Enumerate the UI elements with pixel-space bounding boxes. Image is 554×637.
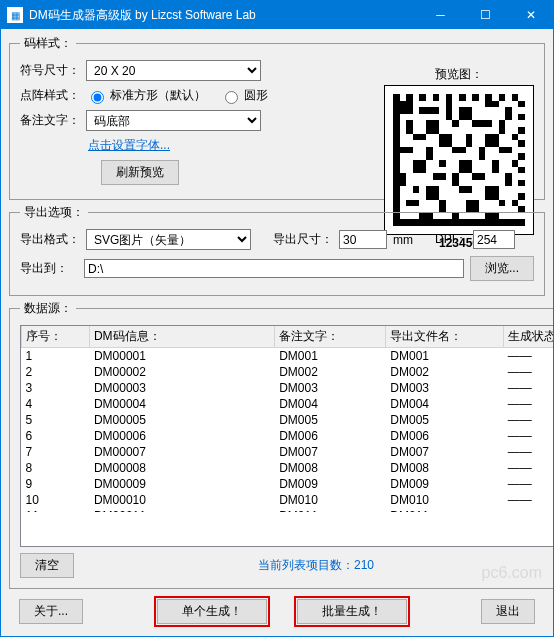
svg-rect-43	[413, 160, 426, 173]
table-scroll[interactable]: 序号： DM码信息： 备注文字： 导出文件名： 生成状态： 1DM00001DM…	[21, 326, 553, 512]
cell-file: DM007	[386, 444, 503, 460]
cell-no: 10	[22, 492, 90, 508]
radio-circle-input[interactable]	[225, 91, 238, 104]
cell-file: DM008	[386, 460, 503, 476]
svg-rect-9	[485, 94, 492, 101]
cell-no: 4	[22, 396, 90, 412]
col-remark[interactable]: 备注文字：	[275, 326, 386, 348]
svg-rect-41	[479, 147, 486, 160]
svg-rect-28	[406, 120, 413, 133]
clear-button[interactable]: 清空	[20, 553, 74, 578]
col-file[interactable]: 导出文件名：	[386, 326, 503, 348]
svg-rect-46	[492, 160, 499, 173]
svg-rect-31	[472, 120, 492, 127]
table-row[interactable]: 10DM00010DM010DM010——	[22, 492, 554, 508]
cell-remark: DM003	[275, 380, 386, 396]
horizontal-scrollbar[interactable]	[21, 512, 553, 528]
svg-rect-52	[505, 173, 512, 186]
export-format-label: 导出格式：	[20, 231, 80, 248]
symbol-size-select[interactable]: 20 X 20	[86, 60, 261, 81]
svg-rect-11	[512, 94, 519, 101]
cell-remark: DM006	[275, 428, 386, 444]
col-status[interactable]: 生成状态：	[503, 326, 553, 348]
radio-circle[interactable]: 圆形	[220, 87, 268, 104]
cell-info: DM00005	[89, 412, 274, 428]
about-button[interactable]: 关于...	[19, 599, 83, 624]
table-row[interactable]: 6DM00006DM006DM006——	[22, 428, 554, 444]
export-path-input[interactable]	[84, 259, 464, 278]
svg-rect-25	[459, 107, 472, 120]
svg-rect-45	[459, 160, 472, 173]
exit-button[interactable]: 退出	[481, 599, 535, 624]
close-button[interactable]: ✕	[508, 1, 553, 29]
table-row[interactable]: 5DM00005DM005DM005——	[22, 412, 554, 428]
cell-status: ——	[503, 412, 553, 428]
radio-square-input[interactable]	[91, 91, 104, 104]
cell-info: DM00002	[89, 364, 274, 380]
svg-rect-34	[439, 134, 452, 147]
titlebar: ▦ DM码生成器高级版 by Lizcst Software Lab ─ ☐ ✕	[1, 1, 553, 29]
table-row[interactable]: 9DM00009DM009DM009——	[22, 476, 554, 492]
svg-rect-53	[413, 186, 420, 193]
svg-rect-10	[499, 94, 506, 101]
svg-rect-35	[466, 134, 473, 147]
svg-rect-54	[426, 186, 439, 199]
svg-rect-16	[518, 153, 525, 160]
cell-status: ——	[503, 460, 553, 476]
table-row[interactable]: 8DM00008DM008DM008——	[22, 460, 554, 476]
cell-remark: DM010	[275, 492, 386, 508]
svg-rect-40	[452, 147, 465, 154]
maximize-button[interactable]: ☐	[463, 1, 508, 29]
svg-rect-18	[518, 180, 525, 187]
cell-remark: DM004	[275, 396, 386, 412]
cell-file: DM004	[386, 396, 503, 412]
minimize-button[interactable]: ─	[418, 1, 463, 29]
export-format-select[interactable]: SVG图片（矢量）	[86, 229, 251, 250]
cell-remark: DM007	[275, 444, 386, 460]
table-row[interactable]: 2DM00002DM002DM002——	[22, 364, 554, 380]
export-size-input[interactable]	[339, 230, 387, 249]
svg-rect-44	[439, 160, 446, 167]
svg-rect-42	[499, 147, 512, 154]
col-no[interactable]: 序号：	[22, 326, 90, 348]
svg-rect-38	[400, 147, 413, 154]
cell-status: ——	[503, 492, 553, 508]
remark-text-label: 备注文字：	[20, 112, 80, 129]
table-row[interactable]: 7DM00007DM007DM007——	[22, 444, 554, 460]
style-group: 码样式： 符号尺寸： 20 X 20 点阵样式： 标准方形（默认） 圆形 备注文…	[9, 35, 545, 200]
cell-status: ——	[503, 380, 553, 396]
generate-single-button[interactable]: 单个生成！	[157, 599, 267, 624]
svg-rect-6	[446, 94, 453, 101]
cell-remark: DM005	[275, 412, 386, 428]
cell-remark: DM008	[275, 460, 386, 476]
cell-status: ——	[503, 476, 553, 492]
content-area: 码样式： 符号尺寸： 20 X 20 点阵样式： 标准方形（默认） 圆形 备注文…	[1, 29, 553, 636]
col-info[interactable]: DM码信息：	[89, 326, 274, 348]
dot-style-radios: 标准方形（默认） 圆形	[86, 87, 268, 104]
font-settings-link[interactable]: 点击设置字体...	[88, 137, 170, 154]
svg-rect-19	[518, 193, 525, 200]
svg-rect-33	[413, 134, 426, 141]
svg-rect-29	[426, 120, 439, 133]
remark-text-select[interactable]: 码底部	[86, 110, 261, 131]
svg-rect-37	[512, 134, 519, 141]
svg-rect-26	[485, 101, 498, 108]
cell-status: ——	[503, 348, 553, 365]
radio-square[interactable]: 标准方形（默认）	[86, 87, 206, 104]
export-group: 导出选项： 导出格式： SVG图片（矢量） 导出尺寸： mm DPI： 导出到：…	[9, 204, 545, 296]
item-count-label: 当前列表项目数：210	[84, 557, 548, 574]
table-row[interactable]: 4DM00004DM004DM004——	[22, 396, 554, 412]
svg-rect-39	[426, 147, 433, 160]
cell-status: ——	[503, 364, 553, 380]
dpi-input[interactable]	[473, 230, 515, 249]
generate-batch-button[interactable]: 批量生成！	[297, 599, 407, 624]
cell-info: DM00008	[89, 460, 274, 476]
window-title: DM码生成器高级版 by Lizcst Software Lab	[29, 7, 418, 24]
svg-rect-17	[518, 167, 525, 174]
table-row[interactable]: 3DM00003DM003DM003——	[22, 380, 554, 396]
refresh-preview-button[interactable]: 刷新预览	[101, 160, 179, 185]
table-row[interactable]: 1DM00001DM001DM001——	[22, 348, 554, 365]
svg-rect-24	[446, 101, 453, 121]
browse-button[interactable]: 浏览...	[470, 256, 534, 281]
cell-info: DM00006	[89, 428, 274, 444]
